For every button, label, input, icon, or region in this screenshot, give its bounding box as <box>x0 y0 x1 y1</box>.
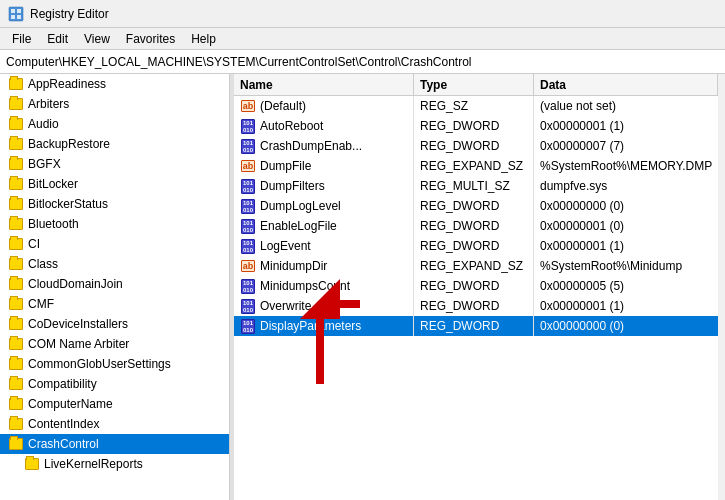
reg-type-cell: REG_DWORD <box>414 296 534 316</box>
tree-item[interactable]: Class <box>0 254 229 274</box>
tree-item[interactable]: CommonGlobUserSettings <box>0 354 229 374</box>
registry-row[interactable]: 101010MinidumpsCountREG_DWORD0x00000005 … <box>234 276 718 296</box>
registry-list[interactable]: ab(Default)REG_SZ(value not set)101010Au… <box>234 96 718 500</box>
registry-row[interactable]: 101010DisplayParametersREG_DWORD0x000000… <box>234 316 718 336</box>
reg-name-text: AutoReboot <box>260 119 323 133</box>
tree-item[interactable]: BackupRestore <box>0 134 229 154</box>
tree-item[interactable]: Compatibility <box>0 374 229 394</box>
reg-name-text: (Default) <box>260 99 306 113</box>
reg-name-cell: abMinidumpDir <box>234 256 414 276</box>
col-header-data[interactable]: Data <box>534 74 718 95</box>
registry-row[interactable]: abDumpFileREG_EXPAND_SZ%SystemRoot%\MEMO… <box>234 156 718 176</box>
reg-name-text: MinidumpDir <box>260 259 327 273</box>
registry-row[interactable]: 101010AutoRebootREG_DWORD0x00000001 (1) <box>234 116 718 136</box>
folder-icon <box>8 297 24 311</box>
main-content: AppReadinessArbitersAudioBackupRestoreBG… <box>0 74 725 500</box>
menu-item-view[interactable]: View <box>76 30 118 48</box>
tree-item[interactable]: BGFX <box>0 154 229 174</box>
folder-icon <box>8 257 24 271</box>
tree-item[interactable]: COM Name Arbiter <box>0 334 229 354</box>
reg-type-cell: REG_DWORD <box>414 236 534 256</box>
reg-name-cell: 101010DumpLogLevel <box>234 196 414 216</box>
tree-item[interactable]: CrashControl <box>0 434 229 454</box>
reg-data-cell: 0x00000001 (1) <box>534 236 718 256</box>
reg-name-text: MinidumpsCount <box>260 279 350 293</box>
tree-item[interactable]: Audio <box>0 114 229 134</box>
reg-value-icon: 101010 <box>240 119 256 133</box>
reg-name-cell: 101010AutoReboot <box>234 116 414 136</box>
tree-panel[interactable]: AppReadinessArbitersAudioBackupRestoreBG… <box>0 74 230 500</box>
reg-type-cell: REG_DWORD <box>414 316 534 336</box>
tree-item-label: CloudDomainJoin <box>28 277 123 291</box>
col-header-name[interactable]: Name <box>234 74 414 95</box>
tree-item-label: CrashControl <box>28 437 99 451</box>
tree-item-label: CMF <box>28 297 54 311</box>
tree-item[interactable]: Arbiters <box>0 94 229 114</box>
reg-value-icon: 101010 <box>240 179 256 193</box>
reg-data-cell: 0x00000000 (0) <box>534 196 718 216</box>
tree-item[interactable]: LiveKernelReports <box>0 454 229 474</box>
tree-item[interactable]: BitlockerStatus <box>0 194 229 214</box>
registry-row[interactable]: 101010DumpFiltersREG_MULTI_SZdumpfve.sys <box>234 176 718 196</box>
registry-row[interactable]: 101010LogEventREG_DWORD0x00000001 (1) <box>234 236 718 256</box>
title-bar-text: Registry Editor <box>30 7 109 21</box>
reg-name-text: DumpFilters <box>260 179 325 193</box>
tree-item-label: BGFX <box>28 157 61 171</box>
reg-type-cell: REG_MULTI_SZ <box>414 176 534 196</box>
reg-type-cell: REG_DWORD <box>414 136 534 156</box>
tree-item[interactable]: CoDeviceInstallers <box>0 314 229 334</box>
reg-name-cell: 101010LogEvent <box>234 236 414 256</box>
reg-name-cell: ab(Default) <box>234 96 414 116</box>
tree-item[interactable]: ContentIndex <box>0 414 229 434</box>
folder-icon <box>8 277 24 291</box>
app-icon <box>8 6 24 22</box>
reg-type-cell: REG_DWORD <box>414 276 534 296</box>
menu-item-help[interactable]: Help <box>183 30 224 48</box>
address-path: Computer\HKEY_LOCAL_MACHINE\SYSTEM\Curre… <box>6 55 472 69</box>
svg-rect-3 <box>11 15 15 19</box>
menu-item-file[interactable]: File <box>4 30 39 48</box>
reg-value-icon: 101010 <box>240 199 256 213</box>
registry-row[interactable]: 101010OverwriteREG_DWORD0x00000001 (1) <box>234 296 718 316</box>
reg-name-cell: abDumpFile <box>234 156 414 176</box>
reg-data-cell: dumpfve.sys <box>534 176 718 196</box>
tree-item-label: CI <box>28 237 40 251</box>
registry-row[interactable]: 101010DumpLogLevelREG_DWORD0x00000000 (0… <box>234 196 718 216</box>
registry-row[interactable]: 101010CrashDumpEnab...REG_DWORD0x0000000… <box>234 136 718 156</box>
tree-item[interactable]: BitLocker <box>0 174 229 194</box>
reg-type-cell: REG_DWORD <box>414 116 534 136</box>
reg-data-cell: 0x00000001 (1) <box>534 116 718 136</box>
tree-item[interactable]: CI <box>0 234 229 254</box>
tree-item[interactable]: CloudDomainJoin <box>0 274 229 294</box>
col-header-type[interactable]: Type <box>414 74 534 95</box>
reg-value-icon: ab <box>240 99 256 113</box>
reg-value-icon: 101010 <box>240 219 256 233</box>
svg-rect-4 <box>17 15 21 19</box>
reg-data-cell: (value not set) <box>534 96 718 116</box>
reg-value-icon: 101010 <box>240 299 256 313</box>
tree-item-label: AppReadiness <box>28 77 106 91</box>
reg-data-cell: 0x00000001 (1) <box>534 296 718 316</box>
menu-item-edit[interactable]: Edit <box>39 30 76 48</box>
reg-name-text: Overwrite <box>260 299 311 313</box>
reg-name-cell: 101010MinidumpsCount <box>234 276 414 296</box>
reg-value-icon: 101010 <box>240 139 256 153</box>
tree-item[interactable]: CMF <box>0 294 229 314</box>
tree-item-label: BitLocker <box>28 177 78 191</box>
registry-row[interactable]: ab(Default)REG_SZ(value not set) <box>234 96 718 116</box>
tree-item[interactable]: Bluetooth <box>0 214 229 234</box>
tree-item-label: Class <box>28 257 58 271</box>
folder-icon <box>8 217 24 231</box>
details-panel: Name Type Data ab(Default)REG_SZ(value n… <box>234 74 718 500</box>
registry-row[interactable]: 101010EnableLogFileREG_DWORD0x00000001 (… <box>234 216 718 236</box>
address-bar: Computer\HKEY_LOCAL_MACHINE\SYSTEM\Curre… <box>0 50 725 74</box>
menu-item-favorites[interactable]: Favorites <box>118 30 183 48</box>
reg-value-icon: 101010 <box>240 319 256 333</box>
registry-row[interactable]: abMinidumpDirREG_EXPAND_SZ%SystemRoot%\M… <box>234 256 718 276</box>
reg-data-cell: %SystemRoot%\Minidump <box>534 256 718 276</box>
reg-data-cell: 0x00000000 (0) <box>534 316 718 336</box>
reg-name-cell: 101010EnableLogFile <box>234 216 414 236</box>
tree-item[interactable]: ComputerName <box>0 394 229 414</box>
tree-item[interactable]: AppReadiness <box>0 74 229 94</box>
reg-data-cell: 0x00000007 (7) <box>534 136 718 156</box>
